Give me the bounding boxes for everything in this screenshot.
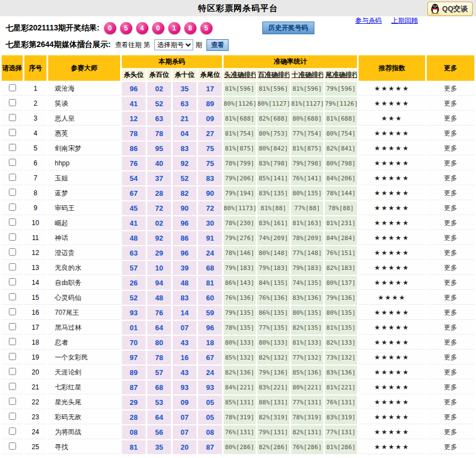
row-select-checkbox[interactable] (9, 99, 16, 106)
more-link[interactable]: 更多 (444, 219, 457, 227)
row-select-checkbox[interactable] (9, 159, 16, 166)
row-select-checkbox[interactable] (9, 263, 16, 270)
row-select-checkbox[interactable] (9, 398, 16, 405)
row-select-cell (2, 157, 23, 170)
more-link[interactable]: 更多 (444, 189, 457, 197)
row-select-checkbox[interactable] (9, 353, 16, 360)
star-rating: ★★★★★ (359, 82, 425, 96)
kill-tail-value: 24 (198, 366, 222, 379)
more-link[interactable]: 更多 (444, 174, 457, 182)
tail-accuracy-value: 77%[131] (325, 425, 357, 439)
result-ball: 0 (104, 22, 116, 34)
ten-accuracy-value: 78%[319] (291, 410, 323, 424)
more-link[interactable]: 更多 (444, 114, 457, 122)
kill-ten-value: 63 (173, 97, 196, 111)
row-select-checkbox[interactable] (9, 233, 16, 241)
sort-head-accuracy-link[interactable]: 头准确排行 (224, 69, 256, 81)
more-link[interactable]: 更多 (444, 324, 457, 331)
last-issue-review-link[interactable]: 上期回顾 (391, 17, 418, 24)
issue-select[interactable]: 选择期号 (154, 39, 193, 50)
row-select-checkbox[interactable] (9, 293, 16, 300)
tail-accuracy-value: 81%[286] (325, 440, 357, 454)
hundred-accuracy-value: 80%[148] (257, 246, 289, 260)
row-select-checkbox[interactable] (9, 144, 16, 151)
platform-label: 七星彩第2644期媒体擂台展示: (6, 40, 111, 50)
more-link[interactable]: 更多 (444, 428, 457, 436)
more-link[interactable]: 更多 (444, 234, 457, 242)
kill-hundred-value: 48 (147, 291, 171, 305)
ten-accuracy-value: 81%[163] (291, 216, 323, 230)
tail-accuracy-value: 79%[136] (325, 291, 357, 305)
more-link[interactable]: 更多 (444, 85, 457, 92)
more-link[interactable]: 更多 (444, 368, 457, 376)
ten-accuracy-value: 81%[133] (291, 336, 323, 350)
head-accuracy-value: 80%[1173] (224, 201, 256, 215)
row-select-checkbox[interactable] (9, 368, 16, 375)
kill-tail-value: 09 (198, 112, 222, 126)
more-cell: 更多 (427, 306, 474, 320)
table-row: 6 hhpp 76 40 92 75 78%[799] 83%[798] 79%… (2, 157, 474, 170)
more-link[interactable]: 更多 (444, 264, 457, 272)
more-link[interactable]: 更多 (444, 129, 457, 137)
more-link[interactable]: 更多 (444, 398, 457, 406)
more-link[interactable]: 更多 (444, 294, 457, 301)
master-name: 忍者 (48, 336, 120, 350)
row-select-checkbox[interactable] (9, 218, 16, 226)
kill-ten-value: 82 (173, 186, 196, 200)
row-select-checkbox[interactable] (9, 443, 16, 450)
qq-chat-button[interactable]: QQ交谈 (427, 2, 473, 16)
history-numbers-button[interactable]: 历史开奖号码 (262, 22, 314, 34)
row-select-checkbox[interactable] (9, 84, 16, 91)
more-link[interactable]: 更多 (444, 249, 457, 257)
row-select-cell (2, 440, 23, 454)
more-cell: 更多 (427, 366, 474, 379)
row-select-checkbox[interactable] (9, 383, 16, 390)
head-accuracy-value: 81%[596] (224, 82, 256, 96)
row-select-checkbox[interactable] (9, 413, 16, 420)
more-link[interactable]: 更多 (444, 413, 457, 421)
table-row: 7 玉姐 54 37 52 83 79%[206] 85%[141] 76%[1… (2, 171, 474, 185)
more-link[interactable]: 更多 (444, 443, 457, 451)
row-select-cell (2, 142, 23, 155)
tail-accuracy-value: 82%[841] (325, 142, 357, 155)
sort-tail-accuracy-link[interactable]: 尾准确排行 (325, 69, 357, 81)
more-link[interactable]: 更多 (444, 353, 457, 361)
more-cell: 更多 (427, 425, 474, 439)
more-link[interactable]: 更多 (444, 339, 457, 346)
more-link[interactable]: 更多 (444, 383, 457, 391)
view-button[interactable]: 查看 (206, 39, 229, 51)
sort-ten-accuracy-link[interactable]: 十准确排行 (291, 69, 323, 81)
more-link[interactable]: 更多 (444, 159, 457, 167)
table-row: 8 蓝梦 67 28 82 90 79%[194] 83%[135] 80%[1… (2, 186, 474, 200)
row-select-checkbox[interactable] (9, 308, 16, 315)
row-select-checkbox[interactable] (9, 129, 16, 136)
more-link[interactable]: 更多 (444, 204, 457, 212)
kill-head-value: 70 (122, 336, 146, 350)
more-link[interactable]: 更多 (444, 309, 457, 316)
row-select-checkbox[interactable] (9, 248, 16, 256)
header-kill-tail: 杀尾位 (198, 69, 222, 81)
more-link[interactable]: 更多 (444, 100, 457, 107)
row-select-checkbox[interactable] (9, 428, 16, 435)
row-select-checkbox[interactable] (9, 114, 16, 121)
row-select-checkbox[interactable] (9, 338, 16, 345)
sort-hundred-accuracy-link[interactable]: 百准确排行 (257, 69, 289, 81)
more-link[interactable]: 更多 (444, 144, 457, 152)
join-kill-code-link[interactable]: 参与杀码 (355, 17, 382, 24)
kill-hundred-value: 64 (147, 410, 171, 424)
row-select-checkbox[interactable] (9, 189, 16, 196)
kill-head-value: 54 (122, 171, 146, 185)
hundred-accuracy-value: 83%[798] (257, 157, 289, 170)
row-select-cell (2, 127, 23, 140)
master-name: hhpp (48, 157, 120, 170)
row-select-checkbox[interactable] (9, 278, 16, 285)
kill-hundred-value: 63 (147, 112, 171, 126)
head-accuracy-value: 80%[286] (224, 440, 256, 454)
more-link[interactable]: 更多 (444, 279, 457, 287)
row-select-checkbox[interactable] (9, 204, 16, 211)
row-select-checkbox[interactable] (9, 323, 16, 330)
kill-hundred-value: 52 (147, 97, 171, 111)
hundred-accuracy-value: 80%[133] (257, 336, 289, 350)
row-select-checkbox[interactable] (9, 174, 16, 181)
row-select-cell (2, 395, 23, 409)
